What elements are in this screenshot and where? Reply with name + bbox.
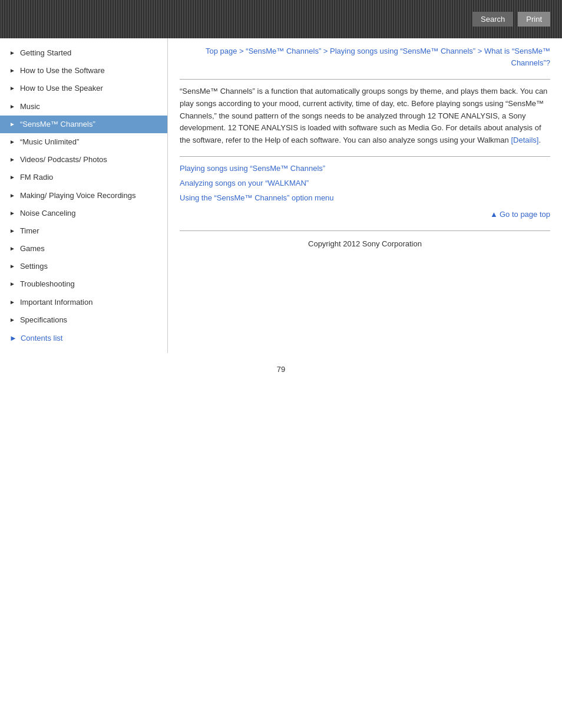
sidebar: ►Getting Started►How to Use the Software… — [0, 38, 168, 353]
sidebar-item-label: Making/ Playing Voice Recordings — [20, 190, 136, 201]
copyright: Copyright 2012 Sony Corporation — [180, 236, 550, 252]
breadcrumb-separator: What is “SensMe™ Channels”? — [484, 47, 550, 67]
breadcrumb-link[interactable]: Playing songs using “SensMe™ Channels” — [330, 47, 475, 55]
sidebar-item-label: How to Use the Software — [20, 65, 105, 76]
page-number: 79 — [0, 353, 562, 386]
sidebar-item-how-to-use-software[interactable]: ►How to Use the Software — [0, 62, 167, 80]
sidebar-item-label: Videos/ Podcasts/ Photos — [20, 154, 107, 165]
sidebar-item-label: Timer — [20, 226, 39, 236]
breadcrumb-link[interactable]: Top page — [206, 47, 237, 55]
arrow-icon: ► — [9, 84, 15, 93]
arrow-icon: ► — [9, 280, 15, 288]
search-button[interactable]: Search — [472, 12, 513, 27]
page-layout: ►Getting Started►How to Use the Software… — [0, 38, 562, 353]
sidebar-item-videos-podcasts-photos[interactable]: ►Videos/ Podcasts/ Photos — [0, 151, 167, 169]
details-link[interactable]: [Details] — [511, 136, 538, 144]
sidebar-item-label: Getting Started — [20, 48, 71, 58]
arrow-icon: ► — [9, 227, 15, 235]
content-link[interactable]: Analyzing songs on your “WALKMAN” — [180, 177, 550, 190]
sidebar-item-games[interactable]: ►Games — [0, 240, 167, 258]
sidebar-item-noise-canceling[interactable]: ►Noise Canceling — [0, 205, 167, 222]
sidebar-item-important-information[interactable]: ►Important Information — [0, 294, 167, 311]
sidebar-item-timer[interactable]: ►Timer — [0, 222, 167, 240]
arrow-icon: ► — [9, 298, 15, 307]
arrow-icon: ► — [9, 67, 15, 75]
sidebar-item-label: Music — [20, 101, 40, 112]
sidebar-item-how-to-use-speaker[interactable]: ►How to Use the Speaker — [0, 80, 167, 97]
arrow-icon: ► — [9, 156, 15, 164]
breadcrumb: Top page > “SensMe™ Channels” > Playing … — [180, 38, 550, 73]
sidebar-item-label: “Music Unlimited” — [20, 137, 79, 147]
arrow-icon: ► — [9, 173, 15, 182]
sidebar-item-music[interactable]: ►Music — [0, 98, 167, 116]
arrow-icon: ► — [9, 49, 15, 57]
sidebar-item-label: Games — [20, 243, 45, 254]
breadcrumb-separator: > — [237, 47, 246, 55]
sidebar-item-label: “SensMe™ Channels” — [20, 119, 95, 130]
breadcrumb-separator: > — [321, 47, 330, 55]
sidebar-item-music-unlimited[interactable]: ►“Music Unlimited” — [0, 133, 167, 151]
arrow-icon: ► — [9, 209, 15, 218]
sidebar-item-label: Settings — [20, 261, 48, 272]
arrow-icon: ► — [9, 316, 15, 324]
divider-top — [180, 79, 550, 80]
contents-list-link[interactable]: ► Contents list — [0, 329, 167, 347]
divider-middle — [180, 156, 550, 157]
body-text: “SensMe™ Channels” is a function that au… — [180, 85, 550, 147]
arrow-icon: ► — [9, 138, 15, 146]
sidebar-item-label: How to Use the Speaker — [20, 83, 103, 94]
breadcrumb-link[interactable]: “SensMe™ Channels” — [246, 47, 321, 55]
sidebar-item-getting-started[interactable]: ►Getting Started — [0, 44, 167, 62]
arrow-icon: ► — [9, 192, 15, 200]
sidebar-item-label: FM Radio — [20, 172, 53, 183]
goto-top-label: Go to page top — [500, 210, 550, 219]
sidebar-item-troubleshooting[interactable]: ►Troubleshooting — [0, 275, 167, 293]
contents-list-label: Contents list — [21, 334, 63, 342]
arrow-icon: ► — [9, 103, 15, 111]
sidebar-item-label: Noise Canceling — [20, 208, 76, 219]
print-button[interactable]: Print — [518, 12, 550, 27]
breadcrumb-separator: > — [475, 47, 484, 55]
goto-top[interactable]: ▲Go to page top — [180, 210, 550, 219]
footer-divider — [180, 230, 550, 231]
content-link[interactable]: Using the “SensMe™ Channels” option menu — [180, 192, 550, 205]
sidebar-item-making-playing-voice[interactable]: ►Making/ Playing Voice Recordings — [0, 187, 167, 205]
triangle-icon: ▲ — [490, 210, 498, 219]
sidebar-item-settings[interactable]: ►Settings — [0, 258, 167, 275]
arrow-icon: ► — [9, 245, 15, 253]
sidebar-item-fm-radio[interactable]: ►FM Radio — [0, 169, 167, 186]
sidebar-item-specifications[interactable]: ►Specifications — [0, 311, 167, 329]
sidebar-item-sensme-channels[interactable]: ►“SensMe™ Channels” — [0, 116, 167, 133]
arrow-right-icon: ► — [9, 334, 17, 342]
body-text-content: “SensMe™ Channels” is a function that au… — [180, 87, 547, 144]
arrow-icon: ► — [9, 262, 15, 271]
links-section: Playing songs using “SensMe™ Channels”An… — [180, 163, 550, 204]
content-link[interactable]: Playing songs using “SensMe™ Channels” — [180, 163, 550, 175]
main-content: Top page > “SensMe™ Channels” > Playing … — [168, 38, 562, 263]
sidebar-item-label: Important Information — [20, 297, 93, 308]
header: Search Print — [0, 0, 562, 38]
sidebar-item-label: Troubleshooting — [20, 279, 75, 289]
sidebar-item-label: Specifications — [20, 315, 67, 325]
arrow-icon: ► — [9, 120, 15, 129]
